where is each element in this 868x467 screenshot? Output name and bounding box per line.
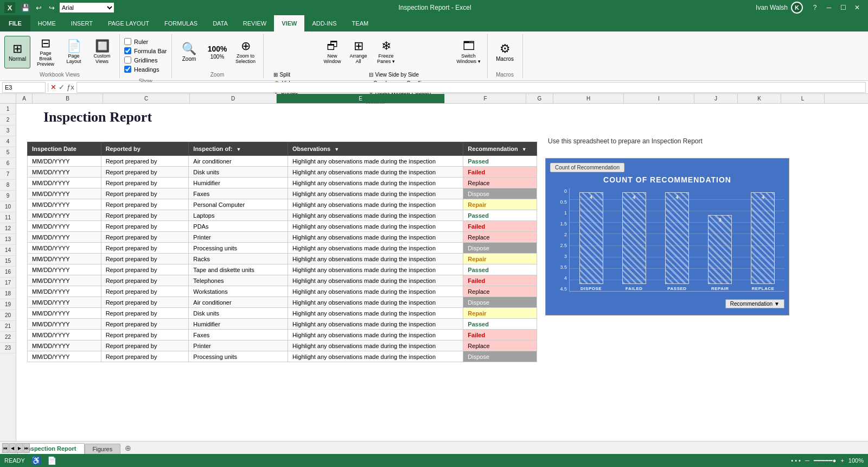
row-num-2[interactable]: 2 bbox=[0, 115, 16, 125]
cell-item[interactable]: Laptops bbox=[189, 210, 288, 221]
cell-item[interactable]: Processing units bbox=[189, 351, 288, 362]
cell-item[interactable]: Air conditioner bbox=[189, 297, 288, 308]
cell-item[interactable]: PDAs bbox=[189, 221, 288, 232]
table-row[interactable]: MM/DD/YYYY Report prepared by Humidifier… bbox=[28, 319, 537, 330]
row-num-21[interactable]: 21 bbox=[0, 321, 16, 332]
row-num-1[interactable]: 1 bbox=[0, 104, 16, 115]
col-header-a[interactable]: A bbox=[16, 94, 33, 103]
cell-item[interactable]: Personal Computer bbox=[189, 199, 288, 210]
col-header-c[interactable]: C bbox=[103, 94, 190, 103]
table-row[interactable]: MM/DD/YYYY Report prepared by Air condit… bbox=[28, 297, 537, 308]
cell-date[interactable]: MM/DD/YYYY bbox=[28, 210, 101, 221]
cell-item[interactable]: Tape and diskette units bbox=[189, 264, 288, 275]
tab-addins[interactable]: ADD-INS bbox=[304, 15, 344, 31]
cell-rec[interactable]: Dispose bbox=[463, 188, 537, 199]
row-num-20[interactable]: 20 bbox=[0, 310, 16, 321]
cell-rec[interactable]: Passed bbox=[463, 210, 537, 221]
cell-rec[interactable]: Passed bbox=[463, 264, 537, 275]
minimize-button[interactable]: ─ bbox=[822, 2, 835, 13]
cell-reporter[interactable]: Report prepared by bbox=[101, 221, 189, 232]
cell-reporter[interactable]: Report prepared by bbox=[101, 319, 189, 330]
cell-rec[interactable]: Dispose bbox=[463, 297, 537, 308]
sheet-tab-figures[interactable]: Figures bbox=[85, 444, 121, 454]
col-header-e[interactable]: E bbox=[277, 94, 445, 103]
cell-item[interactable]: Humidifier bbox=[189, 319, 288, 330]
cell-date[interactable]: MM/DD/YYYY bbox=[28, 221, 101, 232]
cell-obs[interactable]: Highlight any observations made during t… bbox=[288, 286, 463, 297]
tab-page-layout[interactable]: PAGE LAYOUT bbox=[100, 15, 157, 31]
tab-data[interactable]: DATA bbox=[205, 15, 235, 31]
freeze-panes-button[interactable]: ❄ Freeze Panes ▾ bbox=[373, 36, 400, 68]
close-button[interactable]: ✕ bbox=[851, 2, 864, 13]
cell-date[interactable]: MM/DD/YYYY bbox=[28, 264, 101, 275]
cell-reporter[interactable]: Report prepared by bbox=[101, 188, 189, 199]
row-num-6[interactable]: 6 bbox=[0, 158, 16, 169]
tab-team[interactable]: TEAM bbox=[344, 15, 376, 31]
cell-item[interactable]: Racks bbox=[189, 254, 288, 264]
cell-rec[interactable]: Dispose bbox=[463, 351, 537, 362]
cell-reporter[interactable]: Report prepared by bbox=[101, 232, 189, 243]
cell-date[interactable]: MM/DD/YYYY bbox=[28, 275, 101, 286]
cell-rec[interactable]: Repair bbox=[463, 199, 537, 210]
ruler-checkbox[interactable] bbox=[124, 38, 131, 45]
page-layout-status-icon[interactable]: 📄 bbox=[47, 456, 56, 465]
table-row[interactable]: MM/DD/YYYY Report prepared by Air condit… bbox=[28, 156, 537, 167]
maximize-button[interactable]: ☐ bbox=[837, 2, 850, 13]
table-row[interactable]: MM/DD/YYYY Report prepared by Processing… bbox=[28, 351, 537, 362]
table-row[interactable]: MM/DD/YYYY Report prepared by Workstatio… bbox=[28, 286, 537, 297]
cell-rec[interactable]: Dispose bbox=[463, 243, 537, 254]
table-row[interactable]: MM/DD/YYYY Report prepared by Processing… bbox=[28, 243, 537, 254]
page-layout-button[interactable]: 📄 Page Layout bbox=[61, 36, 87, 68]
table-row[interactable]: MM/DD/YYYY Report prepared by Faxes High… bbox=[28, 330, 537, 340]
chart-filter-button[interactable]: Recommendation ▼ bbox=[725, 299, 784, 308]
row-num-13[interactable]: 13 bbox=[0, 234, 16, 245]
cell-rec[interactable]: Repair bbox=[463, 308, 537, 319]
cell-date[interactable]: MM/DD/YYYY bbox=[28, 243, 101, 254]
zoom-in-icon[interactable]: + bbox=[840, 457, 844, 464]
col-header-f[interactable]: F bbox=[445, 94, 526, 103]
undo-button[interactable]: ↩ bbox=[33, 2, 44, 14]
cell-reporter[interactable]: Report prepared by bbox=[101, 243, 189, 254]
cell-rec[interactable]: Passed bbox=[463, 156, 537, 167]
name-box[interactable] bbox=[2, 82, 46, 93]
cell-item[interactable]: Faxes bbox=[189, 330, 288, 340]
cell-item[interactable]: Telephones bbox=[189, 275, 288, 286]
row-num-18[interactable]: 18 bbox=[0, 288, 16, 299]
table-row[interactable]: MM/DD/YYYY Report prepared by Telephones… bbox=[28, 275, 537, 286]
cell-reporter[interactable]: Report prepared by bbox=[101, 351, 189, 362]
cell-obs[interactable]: Highlight any observations made during t… bbox=[288, 330, 463, 340]
row-num-3[interactable]: 3 bbox=[0, 125, 16, 136]
cell-obs[interactable]: Highlight any observations made during t… bbox=[288, 178, 463, 188]
table-row[interactable]: MM/DD/YYYY Report prepared by Laptops Hi… bbox=[28, 210, 537, 221]
save-button[interactable]: 💾 bbox=[20, 2, 31, 14]
table-row[interactable]: MM/DD/YYYY Report prepared by Disk units… bbox=[28, 308, 537, 319]
cell-obs[interactable]: Highlight any observations made during t… bbox=[288, 156, 463, 167]
cell-obs[interactable]: Highlight any observations made during t… bbox=[288, 308, 463, 319]
headings-checkbox[interactable] bbox=[124, 66, 131, 73]
cell-date[interactable]: MM/DD/YYYY bbox=[28, 167, 101, 178]
cell-rec[interactable]: Replace bbox=[463, 232, 537, 243]
zoom-selection-button[interactable]: ⊕ Zoom to Selection bbox=[233, 36, 259, 68]
cell-item[interactable]: Air conditioner bbox=[189, 156, 288, 167]
row-num-22[interactable]: 22 bbox=[0, 332, 16, 343]
cell-reporter[interactable]: Report prepared by bbox=[101, 340, 189, 351]
cell-reporter[interactable]: Report prepared by bbox=[101, 297, 189, 308]
cell-reporter[interactable]: Report prepared by bbox=[101, 199, 189, 210]
sheet-scroll-last[interactable]: ⏭ bbox=[23, 443, 30, 453]
cell-item[interactable]: Disk units bbox=[189, 308, 288, 319]
cell-rec[interactable]: Replace bbox=[463, 286, 537, 297]
cell-obs[interactable]: Highlight any observations made during t… bbox=[288, 340, 463, 351]
ruler-checkbox-item[interactable]: Ruler bbox=[124, 38, 167, 45]
row-num-17[interactable]: 17 bbox=[0, 277, 16, 288]
tab-insert[interactable]: INSERT bbox=[63, 15, 100, 31]
sheet-scroll-prev[interactable]: ◀ bbox=[9, 443, 16, 453]
cell-item[interactable]: Printer bbox=[189, 232, 288, 243]
cell-item[interactable]: Processing units bbox=[189, 243, 288, 254]
cell-date[interactable]: MM/DD/YYYY bbox=[28, 232, 101, 243]
table-row[interactable]: MM/DD/YYYY Report prepared by Printer Hi… bbox=[28, 340, 537, 351]
cell-reporter[interactable]: Report prepared by bbox=[101, 308, 189, 319]
cell-obs[interactable]: Highlight any observations made during t… bbox=[288, 221, 463, 232]
cell-reporter[interactable]: Report prepared by bbox=[101, 178, 189, 188]
cell-obs[interactable]: Highlight any observations made during t… bbox=[288, 243, 463, 254]
cell-date[interactable]: MM/DD/YYYY bbox=[28, 319, 101, 330]
